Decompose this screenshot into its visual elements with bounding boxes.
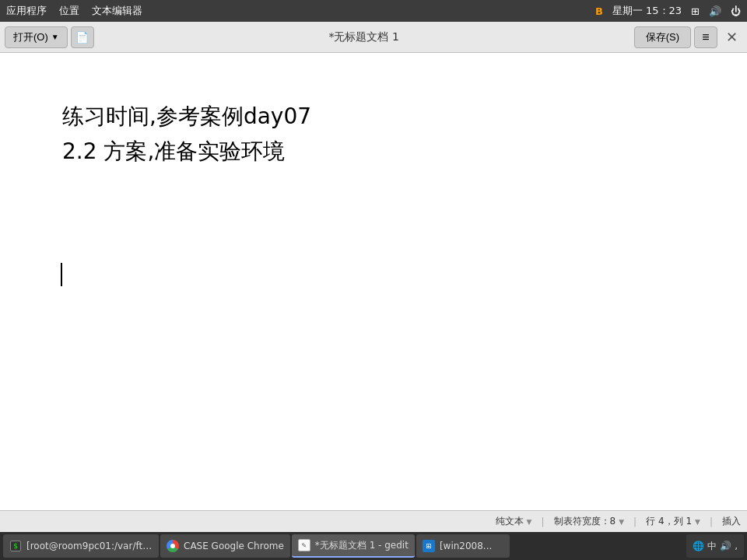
plain-text-label: 纯文本 <box>496 515 524 528</box>
plain-text-selector[interactable]: 纯文本 ▼ <box>496 515 532 528</box>
terminal-icon: $ <box>9 540 22 552</box>
gedit-icon-container: ✎ <box>298 539 310 551</box>
taskbar-label-win: [win2008... <box>440 541 492 551</box>
editor-line-2: 2.2 方案,准备实验环境 <box>62 135 685 170</box>
separator-3: | <box>710 516 713 527</box>
separator-2: | <box>633 516 637 527</box>
editor-line-1: 练习时间,参考案例day07 <box>62 100 685 135</box>
row-col-selector[interactable]: 行 4，列 1 ▼ <box>646 515 700 528</box>
taskbar-item-chrome[interactable]: CASE Google Chrome <box>160 534 290 558</box>
taskbar-label-chrome: CASE Google Chrome <box>184 541 284 551</box>
open-dropdown-arrow: ▼ <box>51 33 59 41</box>
volume-icon[interactable]: 🔊 <box>709 5 721 17</box>
system-bar: 应用程序 位置 文本编辑器 B 星期一 15：23 ⊞ 🔊 ⏻ <box>0 0 747 22</box>
tab-width-selector[interactable]: 制表符宽度：8 ▼ <box>554 515 625 528</box>
win-icon-container: ⊞ <box>423 540 435 552</box>
win-icon: ⊞ <box>423 540 435 552</box>
system-bar-left: 应用程序 位置 文本编辑器 <box>6 4 142 18</box>
status-bar: 纯文本 ▼ | 制表符宽度：8 ▼ | 行 4，列 1 ▼ | 插入 <box>0 510 747 532</box>
taskbar: $ [root@room9pc01:/var/ftp/cen-... CASE … <box>0 532 747 560</box>
taskbar-right: 🌐 中 🔊 , <box>686 534 744 558</box>
new-file-button[interactable]: 📄 <box>71 26 94 48</box>
tray-separator: , <box>735 541 738 551</box>
separator-1: | <box>541 516 544 527</box>
insert-label: 插入 <box>722 515 741 528</box>
apps-menu[interactable]: 应用程序 <box>6 4 47 18</box>
network-tray-icon[interactable]: 🌐 <box>693 541 704 551</box>
gedit-icon: ✎ <box>298 539 310 551</box>
taskbar-label-terminal: [root@room9pc01:/var/ftp/cen-... <box>26 541 153 551</box>
gedit-toolbar: 打开(O) ▼ 📄 *无标题文档 1 保存(S) ≡ ✕ <box>0 22 747 53</box>
chrome-icon-container <box>167 540 179 552</box>
position-menu[interactable]: 位置 <box>59 4 79 18</box>
lang-indicator[interactable]: 中 <box>707 540 717 553</box>
tab-width-label: 制表符宽度：8 <box>554 515 616 528</box>
terminal-icon-shape: $ <box>10 541 21 551</box>
save-button[interactable]: 保存(S) <box>634 26 691 48</box>
text-editor-menu[interactable]: 文本编辑器 <box>92 4 142 18</box>
close-icon: ✕ <box>726 29 738 46</box>
chrome-icon <box>167 540 179 552</box>
new-file-icon: 📄 <box>75 31 89 44</box>
taskbar-item-gedit[interactable]: ✎ *无标题文档 1 - gedit <box>292 534 415 558</box>
taskbar-item-win[interactable]: ⊞ [win2008... <box>416 534 510 558</box>
editor-area[interactable]: 练习时间,参考案例day07 2.2 方案,准备实验环境 <box>0 53 747 510</box>
menu-button[interactable]: ≡ <box>694 26 717 48</box>
datetime: 星期一 15：23 <box>612 4 682 18</box>
text-cursor <box>61 263 62 286</box>
blogger-icon: B <box>595 5 603 17</box>
taskbar-tray: 🌐 中 🔊 , <box>686 534 744 558</box>
taskbar-label-gedit: *无标题文档 1 - gedit <box>315 539 409 552</box>
tab-width-dropdown: ▼ <box>619 518 624 526</box>
editor-content: 练习时间,参考案例day07 2.2 方案,准备实验环境 <box>0 53 747 216</box>
gedit-title: *无标题文档 1 <box>97 30 631 44</box>
row-col-label: 行 4，列 1 <box>646 515 692 528</box>
system-bar-right: B 星期一 15：23 ⊞ 🔊 ⏻ <box>595 4 741 18</box>
volume-tray-icon[interactable]: 🔊 <box>720 541 731 551</box>
network-icon[interactable]: ⊞ <box>691 5 700 17</box>
plain-text-dropdown: ▼ <box>527 518 532 526</box>
menu-icon: ≡ <box>702 30 709 44</box>
close-button[interactable]: ✕ <box>721 26 742 48</box>
taskbar-item-terminal[interactable]: $ [root@room9pc01:/var/ftp/cen-... <box>3 534 159 558</box>
open-button-label: 打开(O) <box>13 30 48 44</box>
open-button[interactable]: 打开(O) ▼ <box>5 26 68 48</box>
row-col-dropdown: ▼ <box>695 518 700 526</box>
power-icon[interactable]: ⏻ <box>731 5 741 17</box>
